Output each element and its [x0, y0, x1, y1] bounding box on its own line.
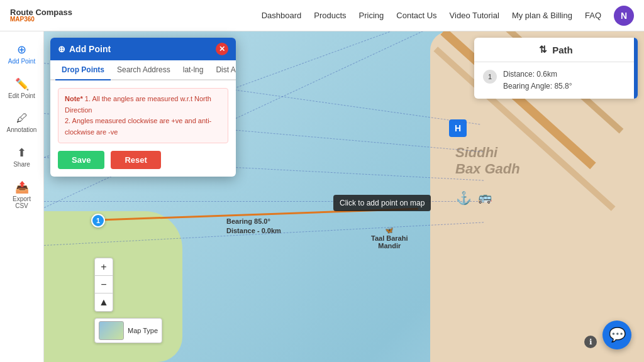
- bearing-label: Bearing 85.0° Distance - 0.0km: [226, 217, 281, 236]
- dialog-close-button[interactable]: ✕: [216, 43, 228, 55]
- nav-dashboard[interactable]: Dashboard: [262, 11, 302, 20]
- dialog-actions: Save Reset: [58, 151, 228, 169]
- chat-button[interactable]: 💬: [602, 321, 631, 349]
- user-avatar[interactable]: N: [614, 6, 634, 26]
- sidebar: ⊕ Add Point ✏️ Edit Point 🖊 Annotation ⬆…: [0, 31, 44, 362]
- path-bearing: Bearing Angle: 85.8°: [503, 80, 572, 92]
- sidebar-item-export[interactable]: 📤 Export CSV: [3, 175, 41, 214]
- add-point-icon: ⊕: [17, 43, 26, 57]
- info-icon[interactable]: ℹ: [584, 336, 597, 348]
- sidebar-item-edit-point[interactable]: ✏️ Edit Point: [3, 72, 41, 104]
- zoom-out-button[interactable]: −: [95, 276, 113, 293]
- save-button[interactable]: Save: [58, 151, 104, 169]
- tab-lat-lng[interactable]: lat-lng: [177, 60, 210, 79]
- header: Route Compass MAP360 Dashboard Products …: [0, 0, 644, 31]
- path-panel: ⇅ Path 1 Distance: 0.6km Bearing Angle: …: [474, 38, 638, 99]
- note-line-1: 1. All the angles are measured w.r.t Nor…: [65, 95, 211, 114]
- dialog-body: Note* 1. All the angles are measured w.r…: [50, 80, 236, 177]
- nav-faq[interactable]: FAQ: [585, 11, 601, 20]
- reset-button[interactable]: Reset: [111, 151, 160, 169]
- dialog-title-area: ⊕ Add Point: [58, 44, 111, 54]
- sidebar-item-add-point[interactable]: ⊕ Add Point: [3, 38, 41, 70]
- add-point-header-icon: ⊕: [58, 44, 65, 54]
- point-marker-1[interactable]: 1: [91, 214, 105, 228]
- share-icon: ⬆: [17, 146, 26, 160]
- annotation-icon: 🖊: [16, 112, 28, 125]
- path-icon: ⇅: [539, 44, 547, 55]
- tab-drop-points[interactable]: Drop Points: [55, 60, 111, 80]
- path-header: ⇅ Path: [474, 38, 638, 62]
- map-type-label: Map Type: [128, 327, 158, 334]
- nav-links: Dashboard Products Pricing Contact Us Vi…: [262, 6, 634, 26]
- path-distance: Distance: 0.6km: [503, 69, 572, 80]
- edit-point-icon: ✏️: [15, 77, 29, 91]
- note-line-2: 2. Angles measured clockwise are +ve and…: [65, 117, 211, 136]
- tab-search-address[interactable]: Search Address: [111, 60, 177, 79]
- tab-dist-angle[interactable]: Dist Angle Values: [209, 60, 236, 79]
- sidebar-label-export: Export CSV: [7, 195, 37, 209]
- zoom-reset-button[interactable]: ▲: [95, 293, 113, 311]
- path-info: Distance: 0.6km Bearing Angle: 85.8°: [503, 69, 572, 92]
- nav-icon: 🚌: [478, 190, 492, 204]
- map-type-thumbnail: [99, 321, 124, 340]
- export-icon: 📤: [15, 180, 29, 194]
- dialog-title: Add Point: [69, 44, 111, 54]
- nav-billing[interactable]: My plan & Billing: [512, 11, 572, 20]
- sidebar-label-add-point: Add Point: [8, 58, 35, 65]
- path-panel-bar: [634, 38, 638, 99]
- sidebar-label-edit-point: Edit Point: [8, 92, 35, 99]
- nav-video[interactable]: Video Tutorial: [450, 11, 499, 20]
- path-title: Path: [552, 45, 573, 55]
- taal-label: 🦋 Taal Barahi Mandir: [371, 226, 408, 250]
- sidebar-item-share[interactable]: ⬆ Share: [3, 141, 41, 173]
- logo: Route Compass MAP360: [10, 8, 72, 23]
- sidebar-item-annotation[interactable]: 🖊 Annotation: [3, 107, 41, 138]
- dashed-line-4: [44, 201, 484, 202]
- zoom-in-button[interactable]: +: [95, 258, 113, 276]
- note-box: Note* 1. All the angles are measured w.r…: [58, 88, 228, 143]
- map-type-panel[interactable]: Map Type: [94, 318, 162, 343]
- nav-products[interactable]: Products: [314, 11, 346, 20]
- zoom-controls: + − ▲: [94, 258, 113, 312]
- note-title: Note*: [65, 95, 83, 102]
- anchor-icon: ⚓: [456, 190, 472, 206]
- dialog-tabs: Drop Points Search Address lat-lng Dist …: [50, 60, 236, 80]
- butterfly-icon: 🦋: [371, 226, 408, 234]
- add-point-dialog: ⊕ Add Point ✕ Drop Points Search Address…: [50, 38, 236, 177]
- dialog-header: ⊕ Add Point ✕: [50, 38, 236, 60]
- path-point-number: 1: [483, 70, 497, 84]
- logo-bottom: MAP360: [10, 16, 72, 23]
- sidebar-label-annotation: Annotation: [7, 126, 37, 133]
- path-item-1: 1 Distance: 0.6km Bearing Angle: 85.8°: [474, 62, 638, 99]
- nav-pricing[interactable]: Pricing: [359, 11, 384, 20]
- sidebar-label-share: Share: [13, 161, 30, 168]
- nav-contact[interactable]: Contact Us: [396, 11, 436, 20]
